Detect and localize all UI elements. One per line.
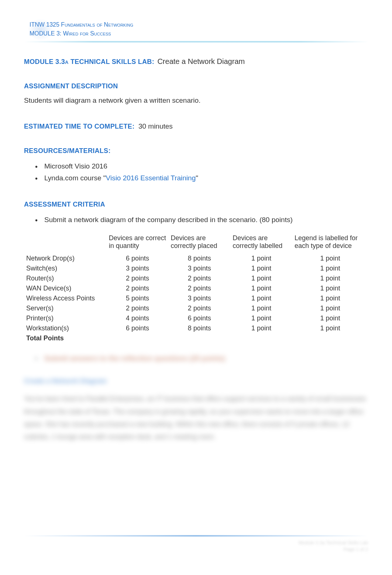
row-name: Network Drop(s) <box>24 254 107 263</box>
table-row: Switch(es)3 points3 points1 point1 point <box>24 263 368 273</box>
cell: 8 points <box>168 323 230 333</box>
table-header-row: Devices are correct in quantity Devices … <box>24 233 368 254</box>
cell: 3 points <box>168 263 230 273</box>
assignment-label: ASSIGNMENT DESCRIPTION <box>24 82 368 90</box>
row-name: Switch(es) <box>24 263 107 273</box>
blurred-paragraph: You've been hired to Parallel Enterprise… <box>24 392 368 443</box>
table-row: Workstation(s)6 points8 points1 point1 p… <box>24 323 368 333</box>
col-header: Legend is labelled for each type of devi… <box>292 233 368 254</box>
list-item: Submit a network diagram of the company … <box>44 214 368 226</box>
footer: Module 3.3a Technical Skills Lab Page 1 … <box>24 528 368 553</box>
assessment-section: ASSESSMENT CRITERIA Submit a network dia… <box>24 201 368 343</box>
resources-section: RESOURCES/MATERIALS: Microsoft Visio 201… <box>24 147 368 184</box>
table-row: WAN Device(s)2 points2 points1 point1 po… <box>24 283 368 293</box>
cell: 2 points <box>107 283 169 293</box>
blurred-content: Submit answers to the reflection questio… <box>24 354 368 443</box>
col-header: Devices are correctly labelled <box>230 233 292 254</box>
blurred-heading: Create a Network Diagram <box>24 377 368 385</box>
cell: 1 point <box>292 293 368 303</box>
resources-list: Microsoft Visio 2016 Lynda.com course "V… <box>24 160 368 184</box>
cell: 2 points <box>168 273 230 283</box>
cell: 8 points <box>168 254 230 263</box>
col-header: Devices are correctly placed <box>168 233 230 254</box>
assessment-label: ASSESSMENT CRITERIA <box>24 201 368 208</box>
cell: 6 points <box>168 313 230 323</box>
course-code: ITNW 1325 Fundamentals of Networking <box>30 20 368 29</box>
estimated-time-row: ESTIMATED TIME TO COMPLETE: 30 minutes <box>24 122 368 130</box>
cell: 4 points <box>107 313 169 323</box>
module-title: MODULE 3: Wired for Success <box>30 29 368 38</box>
row-name: Server(s) <box>24 303 107 313</box>
list-item: Lynda.com course "Visio 2016 Essential T… <box>44 172 368 184</box>
cell: 1 point <box>230 283 292 293</box>
assignment-text: Students will diagram a network given a … <box>24 96 368 106</box>
row-name: Printer(s) <box>24 313 107 323</box>
cell: 1 point <box>292 303 368 313</box>
resources-label: RESOURCES/MATERIALS: <box>24 147 368 155</box>
assessment-list: Submit a network diagram of the company … <box>24 214 368 226</box>
header-divider <box>24 41 368 42</box>
row-name: WAN Device(s) <box>24 283 107 293</box>
rubric-table: Devices are correct in quantity Devices … <box>24 233 368 343</box>
total-row: Total Points <box>24 333 368 343</box>
resource-text-post: " <box>196 174 198 182</box>
cell: 6 points <box>107 254 169 263</box>
cell: 1 point <box>230 254 292 263</box>
row-name: Router(s) <box>24 273 107 283</box>
lab-title-text: Create a Network Diagram <box>157 57 245 65</box>
cell: 1 point <box>230 323 292 333</box>
cell: 2 points <box>168 303 230 313</box>
cell: 5 points <box>107 293 169 303</box>
cell: 2 points <box>168 283 230 293</box>
document-header: ITNW 1325 Fundamentals of Networking MOD… <box>24 20 368 38</box>
list-item: Submit answers to the reflection questio… <box>44 354 368 363</box>
cell: 1 point <box>292 263 368 273</box>
table-row: Printer(s)4 points6 points1 point1 point <box>24 313 368 323</box>
table-row: Network Drop(s)6 points8 points1 point1 … <box>24 254 368 263</box>
cell: 2 points <box>107 303 169 313</box>
cell: 1 point <box>292 283 368 293</box>
table-row: Server(s)2 points2 points1 point1 point <box>24 303 368 313</box>
cell: 1 point <box>230 303 292 313</box>
cell: 1 point <box>292 323 368 333</box>
table-row: Router(s)2 points2 points1 point1 point <box>24 273 368 283</box>
row-name: Workstation(s) <box>24 323 107 333</box>
row-name: Wireless Access Points <box>24 293 107 303</box>
lab-label: MODULE 3.3a TECHNICAL SKILLS LAB: <box>24 58 154 65</box>
assignment-section: ASSIGNMENT DESCRIPTION Students will dia… <box>24 82 368 106</box>
cell: 1 point <box>230 273 292 283</box>
table-row: Wireless Access Points5 points3 points1 … <box>24 293 368 303</box>
assessment-bullet-text: Submit a network diagram of the company … <box>44 216 293 224</box>
estimated-text: 30 minutes <box>138 122 173 130</box>
footer-divider <box>24 535 368 537</box>
cell: 3 points <box>107 263 169 273</box>
cell: 2 points <box>107 273 169 283</box>
visio-training-link[interactable]: Visio 2016 Essential Training <box>106 174 196 182</box>
resource-text: Microsoft Visio 2016 <box>44 162 107 170</box>
col-header: Devices are correct in quantity <box>107 233 169 254</box>
cell: 1 point <box>292 254 368 263</box>
cell: 3 points <box>168 293 230 303</box>
cell: 1 point <box>230 263 292 273</box>
cell: 1 point <box>230 293 292 303</box>
list-item: Microsoft Visio 2016 <box>44 160 368 172</box>
cell: 1 point <box>292 313 368 323</box>
blurred-bullet-list: Submit answers to the reflection questio… <box>24 354 368 363</box>
total-label: Total Points <box>24 333 368 343</box>
cell: 1 point <box>230 313 292 323</box>
lab-title-row: MODULE 3.3a TECHNICAL SKILLS LAB: Create… <box>24 57 368 66</box>
estimated-label: ESTIMATED TIME TO COMPLETE: <box>24 123 134 130</box>
footer-text: Module 3.3a Technical Skills Lab Page 1 … <box>24 540 368 553</box>
cell: 1 point <box>292 273 368 283</box>
cell: 6 points <box>107 323 169 333</box>
resource-text-pre: Lynda.com course " <box>44 174 106 182</box>
